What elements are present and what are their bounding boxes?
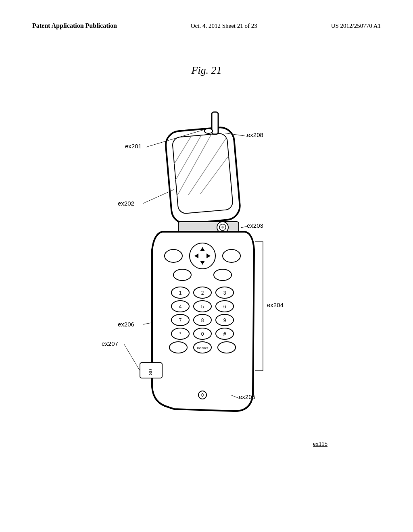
svg-text:ex208: ex208: [247, 131, 263, 138]
svg-text:ex204: ex204: [267, 301, 284, 308]
svg-point-15: [165, 249, 182, 262]
phone-diagram: SD 1 2 3: [65, 89, 348, 439]
svg-point-17: [190, 243, 215, 269]
svg-text:ex201: ex201: [125, 143, 142, 150]
svg-text:7: 7: [179, 318, 182, 323]
figure-area: Fig. 21: [0, 64, 413, 451]
svg-text:6: 6: [223, 304, 226, 310]
svg-point-51: [218, 342, 236, 353]
diagram-container: SD 1 2 3: [65, 89, 348, 451]
svg-point-16: [223, 249, 240, 262]
svg-text:3: 3: [223, 290, 226, 296]
svg-point-48: [169, 342, 187, 353]
svg-text:*: *: [179, 331, 181, 337]
header-date-sheet: Oct. 4, 2012 Sheet 21 of 23: [191, 23, 257, 29]
page-header: Patent Application Publication Oct. 4, 2…: [0, 22, 413, 29]
header-publication-label: Patent Application Publication: [32, 22, 117, 29]
svg-text:ex206: ex206: [118, 321, 134, 328]
svg-text:4: 4: [179, 304, 182, 310]
svg-text:ex203: ex203: [247, 222, 263, 229]
svg-point-12: [221, 226, 224, 229]
svg-line-66: [124, 344, 140, 371]
svg-text:0: 0: [201, 331, 204, 337]
svg-text:#: #: [223, 331, 226, 337]
svg-text:8: 8: [201, 318, 204, 323]
svg-text:9: 9: [223, 318, 226, 323]
svg-text:ex207: ex207: [102, 340, 118, 347]
svg-text:manner: manner: [197, 346, 208, 350]
svg-point-23: [214, 269, 232, 281]
header-patent-number: US 2012/250770 A1: [331, 23, 381, 29]
svg-text:ex202: ex202: [118, 200, 134, 207]
svg-text:SD: SD: [148, 369, 153, 375]
ex115-label: ex115: [313, 441, 327, 447]
svg-text:0: 0: [201, 393, 204, 397]
svg-text:5: 5: [201, 304, 204, 310]
figure-title: Fig. 21: [191, 64, 221, 77]
svg-line-61: [241, 227, 247, 228]
svg-text:1: 1: [179, 290, 182, 296]
svg-point-22: [173, 269, 191, 281]
svg-text:2: 2: [201, 290, 204, 296]
svg-text:ex205: ex205: [239, 393, 255, 400]
